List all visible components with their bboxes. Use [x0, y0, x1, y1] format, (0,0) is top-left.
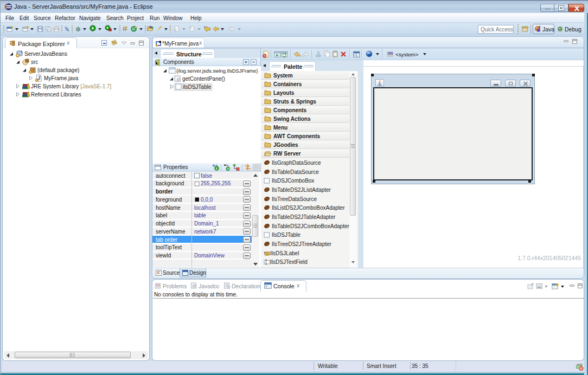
svg-text:@: @ — [192, 283, 196, 288]
svg-text:e: e — [216, 166, 218, 170]
svg-text:C: C — [132, 27, 135, 31]
svg-text:N: N — [227, 167, 230, 171]
